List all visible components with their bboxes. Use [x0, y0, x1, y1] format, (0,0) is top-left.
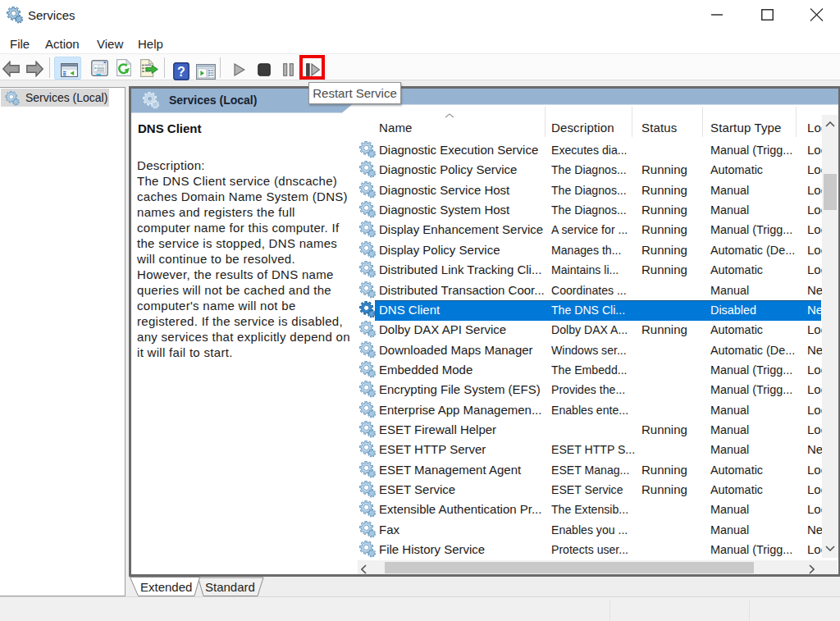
svg-text:?: ? — [177, 65, 185, 79]
